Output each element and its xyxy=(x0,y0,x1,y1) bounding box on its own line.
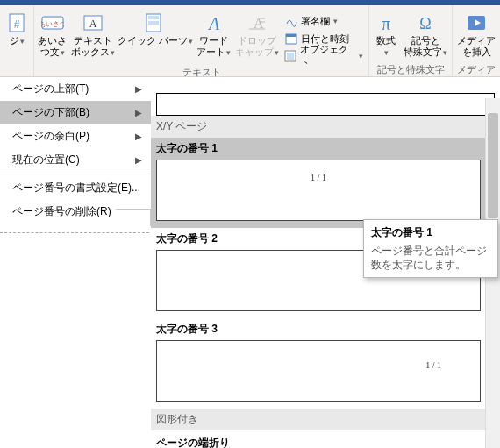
menu-label: ページの上部(T) xyxy=(12,82,89,96)
chevron-right-icon: ▶ xyxy=(135,155,142,165)
signature-button[interactable]: 署名欄 ▾ xyxy=(281,12,367,30)
svg-text:A: A xyxy=(89,18,97,30)
menu-dotted-divider xyxy=(0,232,149,233)
page-number-display: 1 / 1 xyxy=(311,173,326,182)
gallery-item-page-edge[interactable]: ページの端折り xyxy=(151,432,500,448)
menu-label: ページの下部(B) xyxy=(12,105,89,120)
scroll-thumb[interactable] xyxy=(488,113,498,218)
symbol-button[interactable]: Ω 記号と 特殊文字▾ xyxy=(401,9,450,59)
media-icon xyxy=(466,11,487,35)
ribbon-group-symbols: π 数式▾ Ω 記号と 特殊文字▾ 記号と特殊文字 xyxy=(369,5,453,76)
text-small-col: 署名欄 ▾ 日付と時刻 オブジェクト ▾ xyxy=(281,9,367,65)
equation-label: 数式 xyxy=(376,35,396,46)
gallery-item-bold-1[interactable]: 太字の番号 1 1 / 1 xyxy=(151,138,500,228)
quickparts-icon xyxy=(146,11,165,35)
wordart-button[interactable]: A ワード アート▾ xyxy=(195,9,233,59)
gallery-doc-preview-top xyxy=(156,93,495,116)
svg-text:あいさつ: あいさつ xyxy=(41,20,64,28)
svg-text:A: A xyxy=(207,14,220,32)
page-number-button[interactable]: # ジ▾ xyxy=(2,9,32,48)
item-preview: 1 / 1 xyxy=(156,160,481,221)
svg-rect-8 xyxy=(148,21,159,25)
menu-label: ページ番号の削除(R) xyxy=(12,204,111,219)
greeting-button[interactable]: あいさつ あいさ つ文▾ xyxy=(36,9,69,59)
chevron-right-icon: ▶ xyxy=(135,108,142,117)
dropcap-icon: A xyxy=(247,11,267,35)
wordart-label: ワード アート xyxy=(196,35,228,57)
tooltip-title: 太字の番号 1 xyxy=(371,225,490,240)
dropcap-button: A ドロップ キャップ▾ xyxy=(233,9,281,59)
group-label-media: メディア xyxy=(454,62,498,76)
chevron-down-icon: ▾ xyxy=(189,37,193,46)
chevron-down-icon: ▾ xyxy=(333,17,338,25)
textbox-button[interactable]: A テキスト ボックス▾ xyxy=(69,9,117,59)
chevron-down-icon: ▾ xyxy=(20,37,25,46)
ribbon-group-media: メディア を挿入 メディア xyxy=(453,5,500,76)
item-title: 太字の番号 1 xyxy=(156,141,495,156)
gallery-section-xy: X/Y ページ xyxy=(151,116,500,138)
ribbon-group-text: あいさつ あいさ つ文▾ A テキスト ボックス▾ クイック パーツ▾ A xyxy=(34,5,369,76)
gallery-top-blank xyxy=(151,77,500,93)
gallery-section-shape: 図形付き xyxy=(151,409,485,430)
greeting-icon: あいさつ xyxy=(41,11,64,35)
menu-top-of-page[interactable]: ページの上部(T) ▶ xyxy=(0,77,151,101)
chevron-down-icon: ▾ xyxy=(61,48,65,57)
signature-label: 署名欄 xyxy=(301,15,330,28)
svg-rect-15 xyxy=(286,34,296,37)
dropcap-label: ドロップ キャップ xyxy=(235,35,276,57)
signature-icon xyxy=(284,14,298,28)
group-label-blank xyxy=(2,62,32,76)
menu-page-margin[interactable]: ページの余白(P) ▶ xyxy=(0,124,151,148)
tooltip-body: ページ番号と合計ページ数を太字にします。 xyxy=(371,244,490,272)
menu-label: 現在の位置(C) xyxy=(12,153,80,167)
pi-icon: π xyxy=(375,11,396,35)
chevron-down-icon: ▾ xyxy=(275,48,279,57)
chevron-down-icon: ▾ xyxy=(226,48,231,57)
wordart-icon: A xyxy=(204,11,224,35)
chevron-down-icon: ▾ xyxy=(111,48,115,57)
chevron-down-icon: ▾ xyxy=(443,48,447,57)
page-label: ジ xyxy=(10,35,19,46)
quickparts-button[interactable]: クイック パーツ▾ xyxy=(117,9,195,48)
media-label: メディア を挿入 xyxy=(457,35,496,57)
menu-bottom-of-page[interactable]: ページの下部(B) ▶ xyxy=(0,101,151,124)
object-icon xyxy=(284,49,297,63)
menu-label: ページ番号の書式設定(E)... xyxy=(12,181,140,196)
svg-text:π: π xyxy=(382,14,390,32)
menu-fragment xyxy=(116,209,151,226)
svg-text:Ω: Ω xyxy=(419,15,431,32)
item-preview: 1 / 1 xyxy=(156,340,481,402)
svg-text:#: # xyxy=(14,18,20,31)
scroll-up-icon[interactable] xyxy=(486,98,500,113)
menu-label: ページの余白(P) xyxy=(12,129,89,144)
svg-rect-17 xyxy=(287,53,294,60)
textbox-label: テキスト ボックス xyxy=(71,35,112,57)
menu-format[interactable]: ページ番号の書式設定(E)... xyxy=(0,176,151,200)
ribbon: # ジ▾ あいさつ あいさ つ文▾ A テキスト ボックス▾ xyxy=(0,5,500,77)
ribbon-group-page: # ジ▾ xyxy=(0,5,34,76)
omega-icon: Ω xyxy=(415,11,436,35)
page-icon: # xyxy=(9,11,25,35)
equation-button[interactable]: π 数式▾ xyxy=(371,9,401,59)
symbol-label: 記号と 特殊文字 xyxy=(404,35,442,57)
object-button[interactable]: オブジェクト ▾ xyxy=(281,47,367,65)
media-button[interactable]: メディア を挿入 xyxy=(454,9,498,59)
page-number-display: 1 / 1 xyxy=(425,360,441,370)
gallery-item-bold-3[interactable]: 太字の番号 3 1 / 1 xyxy=(151,318,500,409)
chevron-down-icon: ▾ xyxy=(384,48,389,57)
item-title: 太字の番号 3 xyxy=(156,322,495,337)
chevron-down-icon: ▾ xyxy=(359,52,363,60)
group-label-symbols: 記号と特殊文字 xyxy=(371,62,450,76)
svg-rect-7 xyxy=(148,16,159,19)
chevron-right-icon: ▶ xyxy=(135,132,142,141)
menu-current-position[interactable]: 現在の位置(C) ▶ xyxy=(0,148,151,172)
tooltip: 太字の番号 1 ページ番号と合計ページ数を太字にします。 xyxy=(363,219,498,278)
quickparts-label: クイック パーツ xyxy=(118,35,188,46)
textbox-icon: A xyxy=(83,11,103,35)
scroll-down-icon[interactable] xyxy=(486,434,500,448)
chevron-right-icon: ▶ xyxy=(135,84,142,94)
menu-separator xyxy=(0,174,151,174)
calendar-icon xyxy=(284,32,298,46)
